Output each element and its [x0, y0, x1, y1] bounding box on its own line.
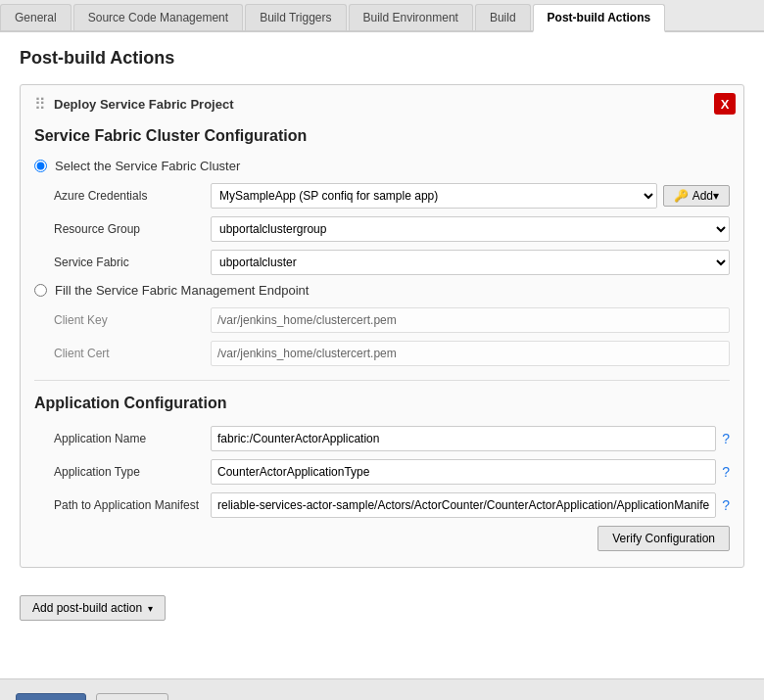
radio-select-cluster-label: Select the Service Fabric Cluster	[55, 159, 240, 173]
radio-fill-endpoint-label: Fill the Service Fabric Management Endpo…	[55, 283, 309, 298]
add-post-build-action-button[interactable]: Add post-build action ▾	[20, 595, 166, 621]
client-cert-row: Client Cert	[34, 341, 730, 366]
verify-btn-container: Verify Configuration	[34, 526, 730, 551]
deploy-block-title: Deploy Service Fabric Project	[54, 97, 234, 112]
tab-post-build-actions[interactable]: Post-build Actions	[533, 4, 666, 32]
client-key-input[interactable]	[211, 307, 730, 333]
app-name-input[interactable]	[211, 426, 716, 451]
client-cert-label: Client Cert	[54, 347, 211, 360]
radio-select-cluster[interactable]: Select the Service Fabric Cluster	[34, 159, 730, 173]
resource-group-label: Resource Group	[54, 222, 211, 236]
manifest-row: Path to Application Manifest ?	[34, 492, 730, 518]
manifest-help-icon[interactable]: ?	[722, 497, 730, 513]
apply-button[interactable]: Apply	[96, 693, 169, 700]
drag-handle-icon: ⠿	[34, 95, 46, 114]
cluster-config-title: Service Fabric Cluster Configuration	[34, 127, 730, 145]
main-content: Post-build Actions ⠿ Deploy Service Fabr…	[0, 32, 764, 678]
add-action-label: Add post-build action	[32, 601, 142, 615]
dropdown-arrow-icon: ▾	[148, 603, 153, 614]
save-button[interactable]: Save	[16, 693, 86, 700]
azure-credentials-label: Azure Credentials	[54, 189, 211, 203]
radio-fill-endpoint[interactable]: Fill the Service Fabric Management Endpo…	[34, 283, 730, 298]
app-config-title: Application Configuration	[34, 395, 730, 412]
azure-credentials-select[interactable]: MySampleApp (SP confiq for sample app)	[211, 183, 657, 209]
app-type-help-icon[interactable]: ?	[722, 464, 730, 480]
tab-bar: General Source Code Management Build Tri…	[0, 0, 764, 32]
tab-build-triggers[interactable]: Build Triggers	[245, 4, 346, 30]
add-btn-label: Add▾	[692, 189, 719, 203]
resource-group-select[interactable]: ubportalclustergroup	[211, 216, 730, 242]
close-deploy-block-button[interactable]: X	[714, 93, 736, 115]
app-type-row: Application Type ?	[34, 459, 730, 485]
service-fabric-label: Service Fabric	[54, 256, 211, 269]
app-type-label: Application Type	[54, 465, 211, 479]
azure-credentials-control: MySampleApp (SP confiq for sample app) 🔑…	[211, 183, 730, 209]
verify-configuration-button[interactable]: Verify Configuration	[597, 526, 730, 551]
page-title: Post-build Actions	[20, 48, 744, 69]
deploy-block-header: ⠿ Deploy Service Fabric Project	[34, 95, 730, 114]
add-credentials-button[interactable]: 🔑 Add▾	[663, 185, 730, 207]
client-key-label: Client Key	[54, 313, 211, 327]
section-divider	[34, 380, 730, 381]
app-type-input[interactable]	[211, 459, 716, 485]
tab-scm[interactable]: Source Code Management	[73, 4, 243, 30]
app-config-section: Application Configuration Application Na…	[34, 395, 730, 551]
client-key-row: Client Key	[34, 307, 730, 333]
app-name-help-icon[interactable]: ?	[722, 431, 730, 446]
service-fabric-select[interactable]: ubportalcluster	[211, 250, 730, 275]
radio-select-cluster-input[interactable]	[34, 160, 47, 172]
manifest-input[interactable]	[211, 492, 716, 518]
azure-credentials-row: Azure Credentials MySampleApp (SP confiq…	[34, 183, 730, 209]
key-icon: 🔑	[674, 189, 689, 203]
app-name-label: Application Name	[54, 432, 211, 445]
tab-build-environment[interactable]: Build Environment	[349, 4, 473, 30]
resource-group-row: Resource Group ubportalclustergroup	[34, 216, 730, 242]
deploy-block: ⠿ Deploy Service Fabric Project X Servic…	[20, 84, 744, 568]
app-name-row: Application Name ?	[34, 426, 730, 451]
tab-general[interactable]: General	[0, 4, 72, 30]
footer: Save Apply	[0, 678, 764, 700]
radio-fill-endpoint-input[interactable]	[34, 284, 47, 297]
tab-build[interactable]: Build	[475, 4, 531, 30]
client-cert-input[interactable]	[211, 341, 730, 366]
manifest-label: Path to Application Manifest	[54, 498, 211, 512]
service-fabric-row: Service Fabric ubportalcluster	[34, 250, 730, 275]
